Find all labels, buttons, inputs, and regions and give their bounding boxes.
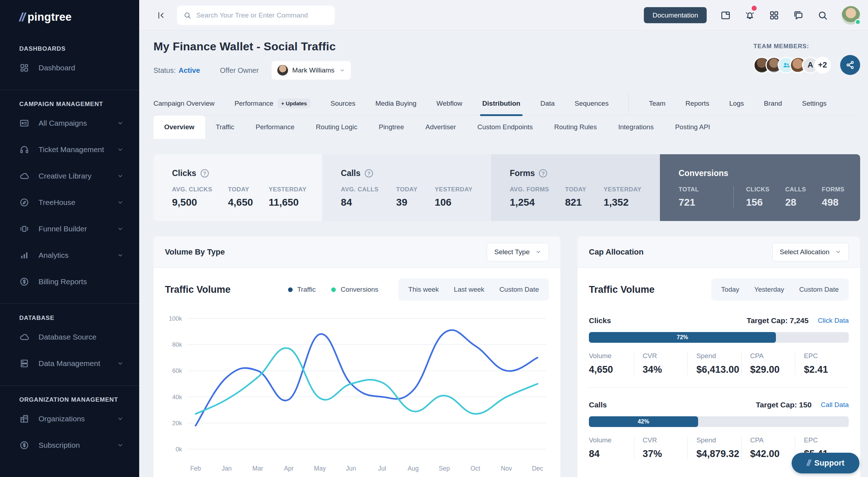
sidebar-item-ticket-management[interactable]: Ticket Management [0, 136, 139, 163]
stat-metric: TODAY39 [396, 186, 435, 208]
topbar-actions: Documentation [644, 6, 860, 25]
apps-grid-icon[interactable] [769, 10, 779, 21]
sidebar-item-subscription[interactable]: Subscription [0, 432, 139, 458]
tab-label: Performance [234, 100, 273, 107]
stat-metric: YESTERDAY106 [435, 186, 488, 208]
tab-campaign-overview[interactable]: Campaign Overview [153, 92, 215, 115]
cap-metric: CVR37% [634, 436, 688, 460]
tab-media-buying[interactable]: Media Buying [375, 92, 417, 115]
file-icon[interactable] [720, 10, 731, 21]
team-avatar-overflow[interactable]: +2 [814, 57, 831, 74]
help-icon[interactable]: ? [539, 169, 547, 177]
metric-label: YESTERDAY [435, 186, 473, 193]
x-axis-tick: Nov [501, 465, 512, 472]
chevron-down-icon [117, 416, 123, 422]
subtab-advertiser[interactable]: Advertiser [415, 115, 467, 139]
period-this-week[interactable]: This week [408, 286, 439, 293]
tab-team[interactable]: Team [649, 92, 665, 115]
tab-distribution[interactable]: Distribution [482, 92, 520, 115]
subtab-performance[interactable]: Performance [245, 115, 305, 139]
subtab-integrations[interactable]: Integrations [607, 115, 664, 139]
share-button[interactable] [840, 55, 860, 75]
tab-reports[interactable]: Reports [686, 92, 710, 115]
legend-item-traffic[interactable]: Traffic [288, 286, 316, 293]
tab-data[interactable]: Data [540, 92, 555, 115]
main-area: Documentation [139, 0, 868, 477]
tab-sources[interactable]: Sources [330, 92, 355, 115]
bell-icon[interactable] [745, 10, 755, 21]
topbar-search-icon[interactable] [817, 10, 828, 21]
chevron-down-icon [117, 146, 123, 153]
period-today[interactable]: Today [721, 286, 740, 293]
chevron-down-icon [835, 249, 841, 255]
tab-performance[interactable]: Performance+ Updates [234, 92, 311, 115]
sidebar-item-organizations[interactable]: Organizations [0, 406, 139, 432]
traffic-volume-title: Traffic Volume [165, 284, 231, 295]
x-axis-tick: Mar [252, 465, 263, 472]
subtab-custom-endpoints[interactable]: Custom Endpoints [467, 115, 544, 139]
app-root: // pingtree DASHBOARDSDashboardCAMPAIGN … [0, 0, 868, 477]
sidebar-item-label: Database Source [39, 333, 96, 341]
chevron-down-icon [117, 442, 123, 448]
call-data-link[interactable]: Call Data [821, 401, 849, 409]
sidebar-item-billing-reports[interactable]: Billing Reports [0, 268, 139, 295]
pingtree-logo[interactable]: // pingtree [0, 10, 139, 24]
metric-label: AVG. FORMS [510, 186, 549, 193]
tab-brand[interactable]: Brand [764, 92, 782, 115]
click-data-link[interactable]: Click Data [818, 317, 849, 325]
metric-label: TODAY [565, 186, 588, 193]
tab-logs[interactable]: Logs [729, 92, 744, 115]
sidebar-item-analytics[interactable]: Analytics [0, 242, 139, 268]
subtab-pingtree[interactable]: Pingtree [368, 115, 415, 139]
user-avatar[interactable] [842, 6, 860, 25]
sidebar-item-funnel-builder[interactable]: Funnel Builder [0, 216, 139, 242]
support-button[interactable]: // Support [792, 453, 859, 473]
sidebar-item-all-campaigns[interactable]: All Campaigns [0, 110, 139, 136]
sidebar-item-creative-library[interactable]: Creative Library [0, 163, 139, 189]
search-input[interactable] [196, 11, 328, 19]
subtab-traffic[interactable]: Traffic [205, 115, 245, 139]
select-allocation-dropdown[interactable]: Select Allocation [772, 243, 849, 261]
sidebar-collapse-icon[interactable] [155, 9, 167, 21]
help-icon[interactable]: ? [201, 169, 209, 177]
stat-metric: YESTERDAY11,650 [269, 186, 322, 208]
sidebar-item-database-source[interactable]: Database Source [0, 324, 139, 350]
x-axis-tick: Dec [532, 465, 543, 472]
tab-sequences[interactable]: Sequences [575, 92, 609, 115]
metric-label: YESTERDAY [269, 186, 307, 193]
tab-webflow[interactable]: Webflow [436, 92, 463, 115]
metric-value: 28 [785, 197, 806, 208]
help-icon[interactable]: ? [365, 169, 373, 177]
subtab-routing-logic[interactable]: Routing Logic [305, 115, 368, 139]
sidebar-item-dashboard[interactable]: Dashboard [0, 55, 139, 81]
sidebar-section-label: CAMPAIGN MANAGEMENT [0, 101, 139, 108]
documentation-button[interactable]: Documentation [644, 7, 707, 23]
subtab-routing-rules[interactable]: Routing Rules [544, 115, 607, 139]
owner-avatar [277, 65, 288, 76]
volume-by-type-panel: Volume By Type Select Type Traffic Volum… [153, 236, 560, 477]
period-custom-date[interactable]: Custom Date [799, 286, 839, 293]
period-custom-date[interactable]: Custom Date [499, 286, 539, 293]
period-yesterday[interactable]: Yesterday [754, 286, 784, 293]
volume-panel-header: Volume By Type Select Type [153, 236, 560, 268]
select-type-dropdown[interactable]: Select Type [487, 243, 549, 261]
sidebar-item-treehouse[interactable]: TreeHouse [0, 189, 139, 216]
subtab-posting-api[interactable]: Posting API [664, 115, 721, 139]
building-icon [19, 414, 29, 424]
metric-label: TODAY [228, 186, 253, 193]
offer-owner-dropdown[interactable]: Mark Williams [272, 61, 351, 80]
traffic-volume-chart: 100k80k60k40k20k0kFebJanMarAprMayJunJulA… [165, 309, 549, 477]
legend-item-conversions[interactable]: Conversions [331, 286, 378, 293]
sidebar-section-label: ORGANIZATION MANAGEMENT [0, 396, 139, 403]
x-axis-tick: Oct [470, 465, 480, 472]
sidebar: // pingtree DASHBOARDSDashboardCAMPAIGN … [0, 0, 139, 477]
campaign-card-icon [19, 118, 29, 128]
chat-icon[interactable] [793, 10, 804, 21]
metric-value: 4,650 [228, 197, 253, 208]
period-last-week[interactable]: Last week [454, 286, 485, 293]
tab-settings[interactable]: Settings [802, 92, 827, 115]
stat-metric: CLICKS156 [746, 186, 785, 208]
subtab-overview[interactable]: Overview [153, 115, 205, 139]
sidebar-item-data-management[interactable]: Data Management [0, 350, 139, 377]
legend-label: Conversions [340, 286, 378, 293]
